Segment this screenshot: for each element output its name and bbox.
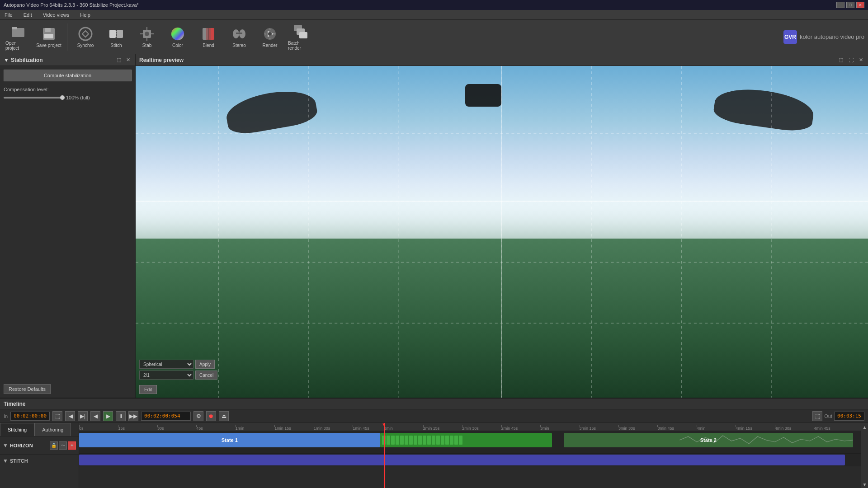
- title-bar-controls: _ □ ✕: [836, 2, 864, 8]
- edit-button[interactable]: Edit: [139, 385, 157, 394]
- batch-render-label: Batch render: [288, 41, 313, 51]
- frame-tick: [432, 436, 435, 445]
- timecode-settings-icon[interactable]: ⚙: [193, 411, 203, 421]
- slider-thumb[interactable]: [60, 95, 65, 100]
- stereo-icon: [231, 26, 247, 42]
- main-layout: ▼ Stabilization ⬚ ✕ Compute stabilizatio…: [0, 54, 868, 488]
- stitch-block[interactable]: [79, 455, 845, 465]
- timeline-track-content: State 1: [79, 431, 861, 488]
- aspect-select[interactable]: 2/1: [139, 371, 193, 380]
- cancel-button[interactable]: Cancel: [195, 371, 217, 380]
- synchro-button[interactable]: Synchro: [71, 22, 100, 52]
- apply-button[interactable]: Apply: [195, 360, 215, 369]
- menu-help[interactable]: Help: [77, 11, 93, 19]
- to-end-button[interactable]: ▶|: [78, 411, 88, 421]
- preview-close-icon[interactable]: ✕: [857, 56, 864, 64]
- state2-block[interactable]: State 2: [564, 433, 853, 447]
- eject-button[interactable]: ⏏: [219, 411, 229, 421]
- stitch-icon: [108, 26, 124, 42]
- stereo-button[interactable]: Stereo: [225, 22, 254, 52]
- synchro-icon: [77, 26, 94, 42]
- in-marker-icon[interactable]: ⬚: [52, 411, 62, 421]
- open-project-icon: [10, 23, 26, 40]
- compute-stabilization-button[interactable]: Compute stabilization: [4, 70, 132, 81]
- frames-block[interactable]: [380, 433, 552, 447]
- panel-icons: ⬚ ✕: [115, 56, 132, 64]
- frame-tick: [436, 436, 440, 445]
- menu-video-views[interactable]: Video views: [40, 11, 72, 19]
- open-project-button[interactable]: Open project: [4, 22, 33, 52]
- record-button[interactable]: ⏺: [206, 411, 216, 421]
- to-start-button[interactable]: |◀: [65, 411, 75, 421]
- ruler-tick-4min30s: 4min 30s: [775, 426, 792, 431]
- timeline-title: Timeline: [4, 401, 25, 407]
- stab-icon: [139, 26, 155, 42]
- panel-title-text: Stabilization: [11, 57, 43, 63]
- stereo-label: Stereo: [232, 43, 245, 48]
- window-title: Autopano Video Pro 64bits 2.3.3 - 360 St…: [4, 2, 139, 8]
- prev-frame-button[interactable]: ◀: [90, 411, 100, 421]
- svg-rect-24: [236, 33, 242, 34]
- slider-fill: [4, 97, 62, 99]
- brand-logo: GVR: [783, 30, 797, 44]
- render-label: Render: [263, 43, 278, 48]
- panel-close-icon[interactable]: ✕: [124, 56, 132, 64]
- scroll-up-arrow[interactable]: ▲: [863, 423, 867, 430]
- stitch-label: Stitch: [110, 43, 122, 48]
- playhead[interactable]: [384, 423, 385, 488]
- timeline-ruler: 0s 15s 30s 45s 1min 1min 15s 1min 30s 1m…: [79, 423, 861, 431]
- save-project-button[interactable]: Save project: [34, 22, 63, 52]
- projection-row: Spherical Apply: [139, 360, 217, 369]
- stitch-button[interactable]: Stitch: [102, 22, 131, 52]
- stab-button[interactable]: Stab: [132, 22, 161, 52]
- track-move-icon[interactable]: ⤳: [59, 441, 67, 450]
- horizon-collapse-arrow[interactable]: ▼: [3, 442, 8, 449]
- ruler-tick-0s: 0s: [79, 426, 84, 431]
- color-button[interactable]: Color: [163, 22, 192, 52]
- projection-select[interactable]: Spherical: [139, 360, 193, 369]
- pause-button[interactable]: ⏸: [116, 411, 126, 421]
- frame-tick: [423, 436, 426, 445]
- svg-point-5: [79, 28, 92, 40]
- out-label: Out: [824, 413, 832, 419]
- stitch-collapse-arrow[interactable]: ▼: [3, 458, 8, 464]
- panel-dropdown-arrow[interactable]: ▼: [4, 57, 9, 63]
- tab-bar: Stitching Authoring: [0, 423, 79, 436]
- menu-file[interactable]: File: [2, 11, 15, 19]
- scroll-down-arrow[interactable]: ▼: [863, 482, 867, 488]
- minimize-button[interactable]: _: [836, 2, 844, 8]
- restore-defaults-button[interactable]: Restore Defaults: [4, 384, 51, 394]
- ruler-tick-2min15s: 2min 15s: [423, 426, 440, 431]
- compensation-slider-track: [4, 97, 62, 99]
- play-button[interactable]: ▶: [103, 411, 113, 421]
- state1-block[interactable]: State 1: [79, 433, 380, 447]
- panorama-background: [136, 66, 868, 398]
- tab-stitching[interactable]: Stitching: [0, 423, 34, 436]
- frame-tick: [391, 436, 395, 445]
- ruler-tick-1min45s: 1min 45s: [353, 426, 369, 431]
- frame-tick: [409, 436, 413, 445]
- svg-rect-21: [206, 28, 211, 40]
- track-settings-icon[interactable]: ✦: [68, 441, 76, 450]
- tab-authoring[interactable]: Authoring: [34, 423, 71, 436]
- panel-expand-icon[interactable]: ⬚: [115, 56, 123, 64]
- open-project-label: Open project: [5, 41, 31, 51]
- render-icon: [262, 26, 278, 42]
- ruler-tick-3min15s: 3min 15s: [580, 426, 596, 431]
- color-icon: [170, 26, 186, 42]
- title-bar: Autopano Video Pro 64bits 2.3.3 - 360 St…: [0, 0, 868, 10]
- maximize-button[interactable]: □: [846, 2, 854, 8]
- out-marker-icon[interactable]: ⬚: [812, 411, 822, 421]
- preview-fullscreen-icon[interactable]: ⛶: [847, 56, 854, 64]
- in-timecode: 00:02:00:00: [10, 412, 50, 421]
- next-frame-button[interactable]: ▶▶: [128, 411, 138, 421]
- close-button[interactable]: ✕: [856, 2, 864, 8]
- stab-label: Stab: [142, 43, 152, 48]
- preview-expand-icon[interactable]: ⬚: [837, 56, 844, 64]
- batch-render-button[interactable]: Batch render: [286, 22, 315, 52]
- frame-tick: [387, 436, 390, 445]
- track-lock-icon[interactable]: 🔒: [50, 441, 58, 450]
- blend-button[interactable]: Blend: [194, 22, 223, 52]
- render-button[interactable]: Render: [255, 22, 284, 52]
- menu-edit[interactable]: Edit: [21, 11, 35, 19]
